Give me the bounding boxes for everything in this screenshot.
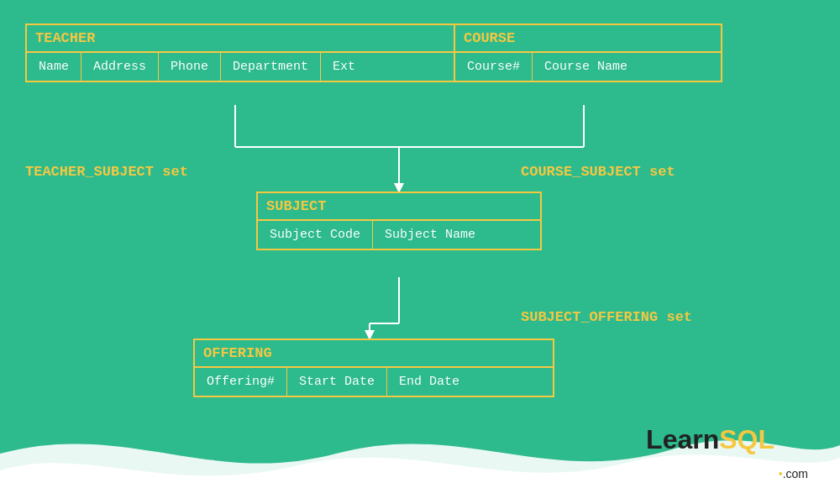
logo-learn: Learn	[646, 424, 719, 454]
subject-offering-label: SUBJECT_OFFERING set	[521, 309, 692, 325]
offering-entity: OFFERING Offering# Start Date End Date	[193, 339, 554, 397]
teacher-entity: TEACHER Name Address Phone Department Ex…	[25, 24, 466, 82]
course-field-name: Course Name	[533, 53, 639, 81]
logo-text: LearnSQL	[646, 424, 774, 455]
teacher-title: TEACHER	[27, 25, 465, 53]
teacher-field-address: Address	[81, 53, 159, 81]
logo-sql: SQL	[719, 424, 774, 454]
course-title: COURSE	[455, 25, 721, 53]
subject-entity: SUBJECT Subject Code Subject Name	[256, 192, 542, 250]
offering-title: OFFERING	[195, 340, 553, 368]
course-field-number: Course#	[455, 53, 533, 81]
logo-com: •.com	[779, 467, 808, 480]
main-canvas: TEACHER Name Address Phone Department Ex…	[0, 0, 840, 504]
subject-field-name: Subject Name	[373, 221, 487, 249]
teacher-field-ext: Ext	[321, 53, 367, 81]
course-subject-label: COURSE_SUBJECT set	[521, 164, 675, 180]
teacher-field-name: Name	[27, 53, 81, 81]
teacher-field-phone: Phone	[159, 53, 221, 81]
teacher-fields: Name Address Phone Department Ext	[27, 53, 465, 81]
teacher-field-department: Department	[221, 53, 321, 81]
offering-field-number: Offering#	[195, 368, 287, 396]
subject-field-code: Subject Code	[258, 221, 373, 249]
subject-fields: Subject Code Subject Name	[258, 221, 540, 249]
offering-fields: Offering# Start Date End Date	[195, 368, 553, 396]
course-fields: Course# Course Name	[455, 53, 721, 81]
course-entity: COURSE Course# Course Name	[454, 24, 722, 82]
offering-field-end: End Date	[387, 368, 471, 396]
teacher-subject-label: TEACHER_SUBJECT set	[25, 164, 188, 180]
logo-com-text: .com	[783, 467, 808, 480]
subject-title: SUBJECT	[258, 193, 540, 221]
offering-field-start: Start Date	[287, 368, 387, 396]
logo-container: LearnSQL •.com	[779, 469, 808, 480]
